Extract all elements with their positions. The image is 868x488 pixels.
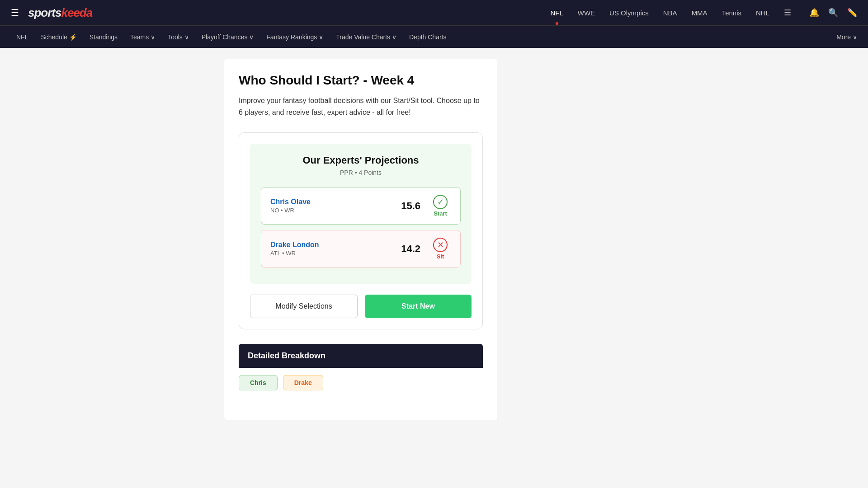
breakdown-players: Chris Drake — [239, 368, 483, 390]
recommendation-chris: ✓ Start — [429, 195, 451, 217]
breakdown-drake-btn[interactable]: Drake — [283, 375, 323, 390]
player-info-drake: Drake London ATL • WR — [270, 241, 401, 257]
hamburger-icon[interactable]: ☰ — [11, 7, 19, 18]
start-icon-chris: ✓ — [433, 195, 448, 209]
subnav-tools[interactable]: Tools ∨ — [162, 26, 194, 48]
subnav-standings[interactable]: Standings — [84, 26, 123, 48]
nav-nhl[interactable]: NHL — [756, 9, 769, 17]
top-nav-icons: 🔔 🔍 ✏️ — [809, 8, 857, 18]
projections-card: Our Experts' Projections PPR • 4 Points … — [239, 132, 483, 329]
sidebar — [508, 59, 644, 420]
player-score-drake: 14.2 — [401, 243, 420, 255]
player-card-drake: Drake London ATL • WR 14.2 ✕ Sit — [261, 230, 461, 267]
subnav-schedule[interactable]: Schedule ⚡ — [35, 26, 82, 48]
subnav-teams[interactable]: Teams ∨ — [125, 26, 160, 48]
page-description: Improve your fantasy football decisions … — [239, 95, 483, 118]
breakdown-header: Detailed Breakdown — [239, 344, 483, 368]
page-title: Who Should I Start? - Week 4 — [239, 73, 483, 88]
player-meta-chris: NO • WR — [270, 207, 401, 214]
player-score-chris: 15.6 — [401, 200, 420, 212]
nav-nfl[interactable]: NFL — [550, 9, 563, 17]
nav-wwe[interactable]: WWE — [578, 9, 595, 17]
nav-tennis[interactable]: Tennis — [722, 9, 741, 17]
start-new-button[interactable]: Start New — [365, 295, 472, 318]
subnav-playoff-chances[interactable]: Playoff Chances ∨ — [196, 26, 259, 48]
player-name-drake[interactable]: Drake London — [270, 241, 401, 249]
sit-icon-drake: ✕ — [433, 238, 448, 252]
menu-expand-icon[interactable]: ☰ — [784, 8, 791, 18]
modify-selections-button[interactable]: Modify Selections — [250, 295, 358, 318]
player-meta-drake: ATL • WR — [270, 250, 401, 257]
site-logo[interactable]: sportskeeda — [28, 6, 92, 20]
rec-label-chris: Start — [434, 210, 447, 217]
search-icon[interactable]: 🔍 — [828, 8, 838, 18]
sub-navigation: NFL Schedule ⚡ Standings Teams ∨ Tools ∨… — [0, 25, 868, 48]
projections-inner: Our Experts' Projections PPR • 4 Points … — [250, 144, 472, 284]
subnav-more[interactable]: More ∨ — [836, 33, 857, 41]
rec-label-drake: Sit — [437, 253, 444, 260]
subnav-fantasy-rankings[interactable]: Fantasy Rankings ∨ — [261, 26, 329, 48]
subnav-trade-value[interactable]: Trade Value Charts ∨ — [330, 26, 402, 48]
projections-heading: Our Experts' Projections — [261, 155, 461, 166]
player-card-chris: Chris Olave NO • WR 15.6 ✓ Start — [261, 187, 461, 225]
nav-mma[interactable]: MMA — [692, 9, 708, 17]
content-area: Who Should I Start? - Week 4 Improve you… — [224, 59, 497, 420]
player-name-chris[interactable]: Chris Olave — [270, 198, 401, 206]
player-info-chris: Chris Olave NO • WR — [270, 198, 401, 214]
projections-subtitle: PPR • 4 Points — [261, 169, 461, 176]
subnav-depth-charts[interactable]: Depth Charts — [404, 26, 452, 48]
top-nav-links: NFL WWE US Olympics NBA MMA Tennis NHL ☰ — [550, 8, 791, 18]
subnav-nfl[interactable]: NFL — [11, 26, 33, 48]
breakdown-chris-btn[interactable]: Chris — [239, 375, 278, 390]
action-buttons: Modify Selections Start New — [250, 295, 472, 318]
recommendation-drake: ✕ Sit — [429, 238, 451, 260]
notification-icon[interactable]: 🔔 — [809, 8, 819, 18]
edit-icon[interactable]: ✏️ — [847, 8, 857, 18]
nav-nba[interactable]: NBA — [663, 9, 677, 17]
top-navigation: ☰ sportskeeda NFL WWE US Olympics NBA MM… — [0, 0, 868, 25]
nav-us-olympics[interactable]: US Olympics — [609, 9, 649, 17]
main-content: Who Should I Start? - Week 4 Improve you… — [217, 48, 651, 431]
